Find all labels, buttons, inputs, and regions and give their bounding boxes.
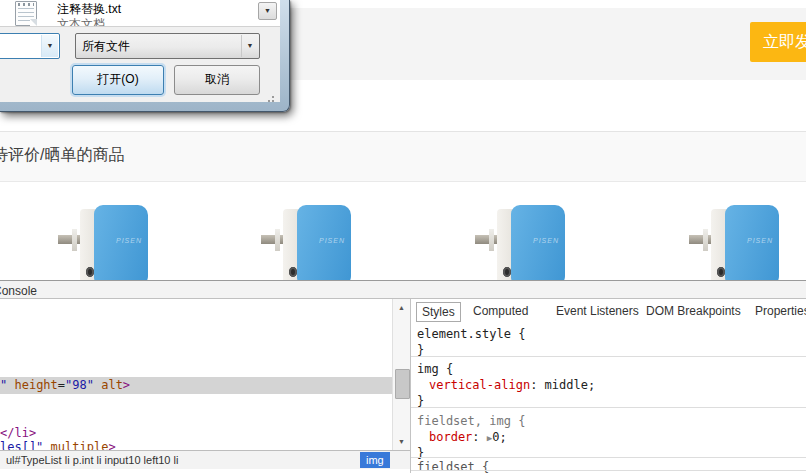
brand-label: PISEN xyxy=(533,237,559,244)
devtools-tabbar: Console xyxy=(0,281,806,299)
charger-face: PISEN xyxy=(94,205,148,287)
tab-computed[interactable]: Computed xyxy=(468,302,533,320)
screen: 立即发表 待评价/晒单的商品 PISEN PISEN PISEN xyxy=(0,0,806,473)
tab-event-listeners[interactable]: Event Listeners xyxy=(551,302,644,320)
rule-separator xyxy=(411,470,806,471)
elements-scrollbar[interactable]: ▲ ▼ xyxy=(392,299,410,450)
devtools-panel: Console " height="98" alt> </li> les[]" … xyxy=(0,280,806,473)
brand-label: PISEN xyxy=(116,237,142,244)
file-list[interactable]: 注释替换.txt 文本文档 ▼ xyxy=(0,0,280,27)
scrollbar-thumb[interactable] xyxy=(395,369,410,399)
charger-port xyxy=(289,267,297,277)
rule-separator xyxy=(411,356,806,357)
product-image[interactable]: PISEN xyxy=(261,203,351,287)
file-type-label: 文本文档 xyxy=(57,16,105,27)
brand-label: PISEN xyxy=(319,237,345,244)
tab-dom-breakpoints[interactable]: DOM Breakpoints xyxy=(641,302,746,320)
charger-face: PISEN xyxy=(725,205,779,287)
notepad-rings-icon xyxy=(18,3,34,6)
tab-properties[interactable]: Properties xyxy=(750,302,806,320)
section-header-band: 待评价/晒单的商品 xyxy=(0,131,806,182)
breadcrumb-path[interactable]: ul#TypeList li p.int li input10 left10 l… xyxy=(6,454,178,466)
cancel-button[interactable]: 取消 xyxy=(174,65,260,95)
chevron-down-icon[interactable]: ▼ xyxy=(241,35,258,57)
text-file-icon xyxy=(15,1,37,26)
charger-clip xyxy=(703,229,708,251)
css-rule-selector[interactable]: element.style { xyxy=(417,326,525,342)
filetype-value: 所有文件 xyxy=(82,38,130,55)
charger-clip xyxy=(275,229,280,251)
tab-styles[interactable]: Styles xyxy=(416,302,461,322)
filetype-combobox[interactable]: 所有文件 ▼ xyxy=(75,33,260,59)
breadcrumb-selected[interactable]: img xyxy=(360,452,390,468)
resize-grip[interactable] xyxy=(272,96,274,98)
publish-now-button[interactable]: 立即发表 xyxy=(750,22,806,62)
list-scroll-down-icon[interactable]: ▼ xyxy=(258,2,277,20)
product-image[interactable]: PISEN xyxy=(58,203,148,287)
css-rule-selector[interactable]: img { xyxy=(417,361,453,377)
charger-face: PISEN xyxy=(297,205,351,287)
charger-face: PISEN xyxy=(511,205,565,287)
dom-node-selected[interactable]: " height="98" alt> xyxy=(0,377,392,394)
scroll-up-icon[interactable]: ▲ xyxy=(394,300,409,315)
charger-clip xyxy=(72,229,77,251)
scroll-down-icon[interactable]: ▼ xyxy=(394,434,409,449)
styles-tabbar: Styles Computed Event Listeners DOM Brea… xyxy=(411,299,806,323)
css-property[interactable]: border: ▶0; xyxy=(417,429,507,446)
filename-combobox[interactable]: ▼ xyxy=(0,33,60,59)
product-image[interactable]: PISEN xyxy=(689,203,779,287)
chevron-down-icon[interactable]: ▼ xyxy=(41,35,58,57)
dialog-client-area: 注释替换.txt 文本文档 ▼ ▼ 所有文件 ▼ 打开(O) 取消 xyxy=(0,0,280,102)
charger-port xyxy=(86,267,94,277)
charger-clip xyxy=(489,229,494,251)
rule-separator xyxy=(411,407,806,408)
product-image[interactable]: PISEN xyxy=(475,203,565,287)
open-button[interactable]: 打开(O) xyxy=(72,65,164,95)
charger-port xyxy=(503,267,511,277)
css-rule-selector[interactable]: fieldset, img { xyxy=(417,413,525,429)
css-property[interactable]: vertical-align: middle; xyxy=(417,377,595,393)
elements-tree-pane: " height="98" alt> </li> les[]" multiple… xyxy=(0,299,410,473)
tab-console[interactable]: Console xyxy=(0,282,43,298)
section-title: 待评价/晒单的商品 xyxy=(0,145,124,166)
breadcrumb: ul#TypeList li p.int li input10 left10 l… xyxy=(0,450,410,469)
brand-label: PISEN xyxy=(747,237,773,244)
file-open-dialog: 注释替换.txt 文本文档 ▼ ▼ 所有文件 ▼ 打开(O) 取消 xyxy=(0,0,290,112)
styles-sidebar: Styles Computed Event Listeners DOM Brea… xyxy=(410,299,806,473)
rule-separator xyxy=(411,457,806,458)
charger-port xyxy=(717,267,725,277)
